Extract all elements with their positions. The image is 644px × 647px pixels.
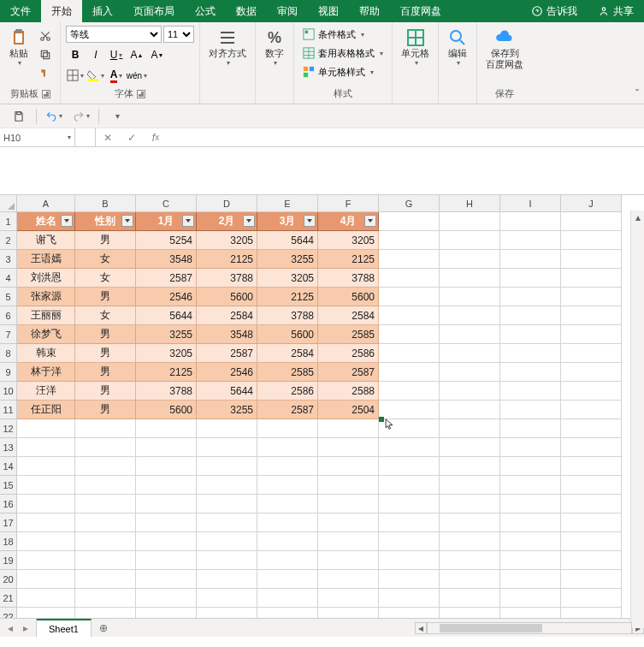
- row-header-14[interactable]: 14: [0, 457, 17, 476]
- cell-D21[interactable]: [197, 589, 257, 608]
- cell-F20[interactable]: [318, 570, 379, 589]
- cell-J22[interactable]: [561, 608, 622, 618]
- cell-E4[interactable]: 3205: [257, 269, 318, 288]
- cell-H20[interactable]: [440, 570, 500, 589]
- cell-I5[interactable]: [500, 288, 561, 306]
- cell-J9[interactable]: [561, 363, 622, 382]
- cell-E22[interactable]: [257, 608, 318, 618]
- cell-G19[interactable]: [379, 551, 440, 570]
- cell-D11[interactable]: 3255: [197, 401, 257, 419]
- cell-G21[interactable]: [379, 589, 440, 608]
- alignment-button[interactable]: 对齐方式 ▾: [205, 26, 250, 68]
- row-header-18[interactable]: 18: [0, 532, 17, 551]
- row-header-7[interactable]: 7: [0, 325, 17, 344]
- cell-H22[interactable]: [440, 608, 500, 618]
- cell-J5[interactable]: [561, 288, 622, 306]
- tab-view[interactable]: 视图: [308, 0, 349, 22]
- cell-B10[interactable]: 男: [75, 382, 136, 401]
- cell-C14[interactable]: [136, 457, 197, 476]
- filter-button-F[interactable]: [364, 215, 376, 227]
- cell-F5[interactable]: 5600: [318, 288, 379, 306]
- cell-F15[interactable]: [318, 476, 379, 495]
- cell-F21[interactable]: [318, 589, 379, 608]
- tell-me[interactable]: 告诉我: [521, 0, 588, 22]
- cell-D22[interactable]: [197, 608, 257, 618]
- cell-I11[interactable]: [500, 401, 561, 419]
- cell-B4[interactable]: 女: [75, 269, 136, 288]
- cell-H9[interactable]: [440, 363, 500, 382]
- cell-E19[interactable]: [257, 551, 318, 570]
- cell-B17[interactable]: [75, 513, 136, 532]
- font-size-select[interactable]: 11: [163, 26, 194, 43]
- cells-button[interactable]: 单元格 ▾: [398, 26, 433, 68]
- phonetic-button[interactable]: wén▾: [127, 67, 146, 84]
- fill-color-button[interactable]: ▾: [86, 67, 105, 84]
- cell-B11[interactable]: 男: [75, 401, 136, 419]
- cell-H11[interactable]: [440, 401, 500, 419]
- cell-C2[interactable]: 5254: [136, 231, 197, 250]
- cell-G6[interactable]: [379, 306, 440, 325]
- cell-E5[interactable]: 2125: [257, 288, 318, 306]
- cell-B12[interactable]: [75, 419, 136, 438]
- cell-A15[interactable]: [17, 476, 75, 495]
- cell-B16[interactable]: [75, 495, 136, 513]
- cell-I15[interactable]: [500, 476, 561, 495]
- cell-I14[interactable]: [500, 457, 561, 476]
- grow-font-button[interactable]: A▲: [127, 46, 146, 63]
- col-header-C[interactable]: C: [136, 195, 197, 212]
- cell-H16[interactable]: [440, 495, 500, 513]
- cell-A11[interactable]: 任正阳: [17, 401, 75, 419]
- cell-D7[interactable]: 3548: [197, 325, 257, 344]
- clipboard-dialog-launcher[interactable]: [42, 90, 50, 98]
- cell-G9[interactable]: [379, 363, 440, 382]
- cell-I17[interactable]: [500, 513, 561, 532]
- tab-review[interactable]: 审阅: [267, 0, 308, 22]
- row-header-17[interactable]: 17: [0, 513, 17, 532]
- filter-button-B[interactable]: [121, 215, 133, 227]
- row-header-20[interactable]: 20: [0, 570, 17, 589]
- cell-D5[interactable]: 5600: [197, 288, 257, 306]
- cell-J3[interactable]: [561, 250, 622, 269]
- cell-H14[interactable]: [440, 457, 500, 476]
- tab-home[interactable]: 开始: [41, 0, 82, 22]
- cell-F6[interactable]: 2584: [318, 306, 379, 325]
- cell-J10[interactable]: [561, 382, 622, 401]
- col-header-A[interactable]: A: [17, 195, 75, 212]
- cell-F13[interactable]: [318, 438, 379, 457]
- collapse-ribbon-button[interactable]: ˇ: [635, 88, 639, 100]
- cell-J13[interactable]: [561, 438, 622, 457]
- cell-D6[interactable]: 2584: [197, 306, 257, 325]
- cell-J6[interactable]: [561, 306, 622, 325]
- cell-D4[interactable]: 3788: [197, 269, 257, 288]
- cell-H18[interactable]: [440, 532, 500, 551]
- copy-button[interactable]: [36, 46, 55, 63]
- sheet-tab-1[interactable]: Sheet1: [37, 619, 92, 637]
- row-header-5[interactable]: 5: [0, 288, 17, 306]
- row-header-22[interactable]: 22: [0, 608, 17, 618]
- cell-E8[interactable]: 2584: [257, 344, 318, 363]
- cut-button[interactable]: [36, 27, 55, 45]
- tab-baidu[interactable]: 百度网盘: [390, 0, 452, 22]
- cell-J16[interactable]: [561, 495, 622, 513]
- cell-B19[interactable]: [75, 551, 136, 570]
- name-box[interactable]: H10▾: [0, 128, 75, 146]
- formula-input[interactable]: [168, 128, 644, 146]
- cell-E20[interactable]: [257, 570, 318, 589]
- cell-A1[interactable]: 姓名: [17, 212, 75, 231]
- cell-G2[interactable]: [379, 231, 440, 250]
- cell-E6[interactable]: 3788: [257, 306, 318, 325]
- cell-G14[interactable]: [379, 457, 440, 476]
- cell-B22[interactable]: [75, 608, 136, 618]
- cell-D20[interactable]: [197, 570, 257, 589]
- cell-C6[interactable]: 5644: [136, 306, 197, 325]
- row-header-21[interactable]: 21: [0, 589, 17, 608]
- cell-H10[interactable]: [440, 382, 500, 401]
- cell-E16[interactable]: [257, 495, 318, 513]
- cell-E17[interactable]: [257, 513, 318, 532]
- format-painter-button[interactable]: [36, 65, 55, 82]
- row-headers[interactable]: 12345678910111213141516171819202122: [0, 212, 17, 618]
- row-header-8[interactable]: 8: [0, 344, 17, 363]
- cell-H17[interactable]: [440, 513, 500, 532]
- shrink-font-button[interactable]: A▼: [148, 46, 167, 63]
- cell-H21[interactable]: [440, 589, 500, 608]
